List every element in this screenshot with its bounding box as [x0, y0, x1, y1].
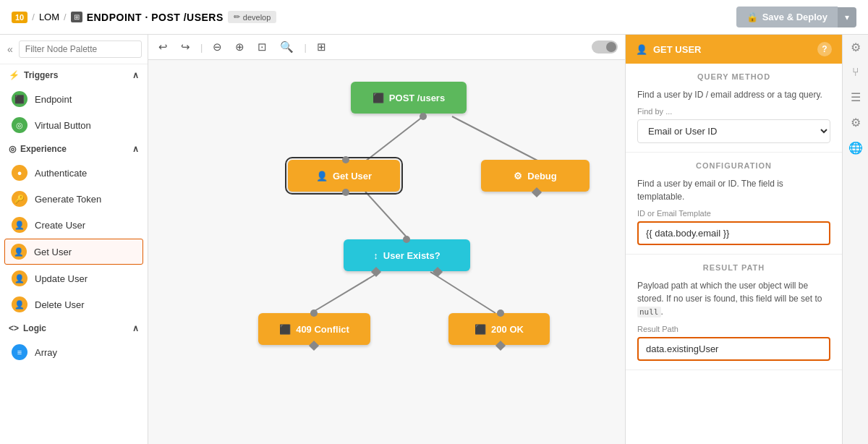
- sidebar-item-get-user[interactable]: 👤 Get User: [4, 239, 143, 265]
- update-user-label: Update User: [35, 273, 88, 284]
- configuration-title: CONFIGURATION: [637, 161, 830, 170]
- canvas-toggle[interactable]: [592, 40, 618, 54]
- delete-user-label: Delete User: [35, 299, 85, 310]
- connector-ok-top: [497, 309, 504, 317]
- header-left: 10 / LOM / ⊞ ENDPOINT · POST /USERS ✏ de…: [12, 11, 276, 23]
- result-path-title: RESULT PATH: [637, 263, 830, 272]
- zoom-in-button[interactable]: ⊕: [232, 39, 247, 55]
- sep1: /: [32, 12, 35, 22]
- get-user-node-label: Get User: [333, 171, 372, 182]
- id-email-template-label: ID or Email Template: [637, 209, 830, 218]
- undo-button[interactable]: ↩: [156, 39, 171, 55]
- node-debug[interactable]: ⚙ Debug: [481, 160, 590, 192]
- debug-icon: ⚙: [514, 171, 522, 182]
- experience-collapse-icon: ∧: [132, 144, 139, 154]
- query-method-description: Find a user by ID / email address or a t…: [637, 88, 830, 101]
- settings-icon[interactable]: ⚙: [851, 40, 861, 54]
- sidebar-item-virtual-button[interactable]: ◎ Virtual Button: [0, 112, 148, 138]
- authenticate-label: Authenticate: [35, 168, 87, 179]
- post-users-icon: ⬛: [373, 93, 384, 103]
- sidebar-item-create-user[interactable]: 👤 Create User: [0, 212, 148, 238]
- logic-label: Logic: [23, 323, 46, 333]
- svg-line-0: [365, 116, 423, 161]
- section-experience[interactable]: ◎Experience ∧: [0, 138, 148, 160]
- save-deploy-button[interactable]: 🔒 Save & Deploy: [736, 7, 838, 27]
- find-by-select[interactable]: Email or User ID User ID Email Tag Query: [637, 119, 830, 143]
- sidebar-item-generate-token[interactable]: 🔑 Generate Token: [0, 186, 148, 212]
- right-panel: 👤 GET USER ? QUERY METHOD Find a user by…: [625, 35, 842, 444]
- panel-title: GET USER: [653, 44, 701, 55]
- ok-label: 200 OK: [491, 324, 524, 335]
- query-method-title: QUERY METHOD: [637, 72, 830, 81]
- sidebar-item-authenticate[interactable]: ● Authenticate: [0, 160, 148, 186]
- header-right: 🔒 Save & Deploy ▾: [736, 7, 856, 27]
- svg-line-4: [430, 272, 495, 313]
- query-method-section: QUERY METHOD Find a user by ID / email a…: [626, 64, 842, 153]
- result-path-label: Result Path: [637, 325, 830, 333]
- experience-icon: ◎: [9, 144, 16, 154]
- result-path-description: Payload path at which the user object wi…: [637, 279, 830, 319]
- branch-tag: ✏ develop: [228, 11, 277, 23]
- find-by-label: Find by ...: [637, 107, 830, 116]
- sidebar-item-endpoint[interactable]: ⬛ Endpoint: [0, 86, 148, 112]
- config-icon[interactable]: ⚙: [851, 116, 861, 129]
- panel-help-icon[interactable]: ?: [817, 42, 832, 56]
- fit-button[interactable]: ⊡: [255, 39, 270, 55]
- create-user-icon: 👤: [12, 217, 27, 233]
- user-exists-icon: ↕: [373, 250, 378, 261]
- connector-conflict-top: [310, 309, 318, 317]
- conflict-label: 409 Conflict: [296, 324, 349, 335]
- header: 10 / LOM / ⊞ ENDPOINT · POST /USERS ✏ de…: [0, 0, 868, 35]
- sidebar-item-array[interactable]: ≡ Array: [0, 339, 148, 365]
- node-user-exists[interactable]: ↕ User Exists?: [344, 239, 470, 271]
- connector-getuser-top: [342, 156, 349, 163]
- sidebar-item-update-user[interactable]: 👤 Update User: [0, 265, 148, 291]
- node-409-conflict[interactable]: ⬛ 409 Conflict: [258, 313, 370, 345]
- post-users-label: POST /users: [389, 93, 445, 103]
- right-panel-body: QUERY METHOD Find a user by ID / email a…: [626, 64, 842, 444]
- deploy-dropdown-button[interactable]: ▾: [838, 7, 856, 27]
- triggers-label: Triggers: [24, 70, 58, 80]
- svg-line-3: [311, 272, 380, 313]
- virtual-button-label: Virtual Button: [35, 120, 91, 131]
- conflict-icon: ⬛: [279, 324, 291, 335]
- toolbar-sep2: |: [304, 42, 306, 53]
- flow-canvas: ⬛ POST /users 👤 Get User ⚙ Debug ↕: [148, 60, 625, 440]
- section-triggers[interactable]: ⚡Triggers ∧: [0, 64, 148, 86]
- generate-token-icon: 🔑: [12, 191, 27, 207]
- page-title: ENDPOINT · POST /USERS: [87, 12, 224, 23]
- result-path-desc-1: Payload path at which the user object wi…: [637, 281, 822, 304]
- save-deploy-label: Save & Deploy: [762, 12, 827, 22]
- generate-token-label: Generate Token: [35, 194, 101, 205]
- db-icon: ⊞: [71, 12, 82, 22]
- node-200-ok[interactable]: ⬛ 200 OK: [448, 313, 550, 345]
- node-get-user[interactable]: 👤 Get User: [288, 160, 400, 192]
- branch-icon[interactable]: ⑂: [852, 66, 859, 79]
- add-node-button[interactable]: ⊞: [314, 39, 329, 55]
- branch-edit-icon: ✏: [234, 12, 240, 22]
- logic-icon: <>: [9, 323, 19, 333]
- triggers-collapse-icon: ∧: [132, 70, 139, 80]
- section-logic[interactable]: <>Logic ∧: [0, 317, 148, 339]
- sidebar-collapse-button[interactable]: «: [6, 42, 14, 56]
- filter-node-palette-input[interactable]: [19, 40, 142, 58]
- experience-label: Experience: [20, 144, 67, 154]
- redo-button[interactable]: ↪: [178, 39, 193, 55]
- right-icons-bar: ⚙ ⑂ ☰ ⚙ 🌐: [842, 35, 868, 444]
- update-user-icon: 👤: [12, 270, 27, 286]
- connector-post-getuser: [420, 113, 427, 120]
- sidebar-toolbar: «: [0, 35, 148, 64]
- result-path-input[interactable]: [637, 337, 830, 361]
- sidebar-item-delete-user[interactable]: 👤 Delete User: [0, 291, 148, 317]
- layers-icon[interactable]: ☰: [851, 90, 861, 104]
- logic-collapse-icon: ∧: [132, 323, 139, 333]
- globe-icon[interactable]: 🌐: [848, 141, 863, 155]
- node-post-users[interactable]: ⬛ POST /users: [351, 82, 467, 114]
- main-layout: « ⚡Triggers ∧ ⬛ Endpoint ◎ Virtual Butto…: [0, 35, 868, 444]
- search-canvas-button[interactable]: 🔍: [277, 39, 297, 55]
- sidebar: « ⚡Triggers ∧ ⬛ Endpoint ◎ Virtual Butto…: [0, 35, 148, 444]
- branch-name: develop: [243, 13, 271, 22]
- array-icon: ≡: [12, 344, 27, 360]
- zoom-out-button[interactable]: ⊖: [210, 39, 225, 55]
- id-email-template-input[interactable]: [637, 221, 830, 245]
